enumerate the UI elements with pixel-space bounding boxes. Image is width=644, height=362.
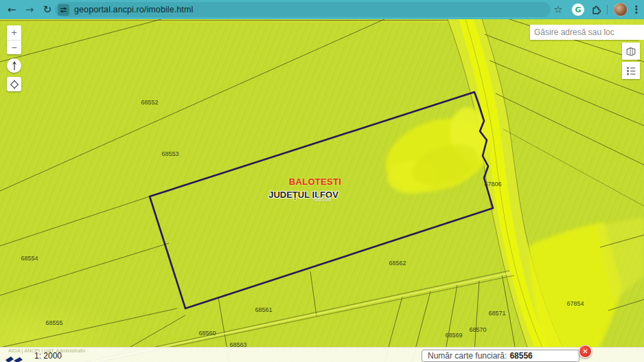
parcel-number-label: 67854	[566, 300, 584, 307]
map-canvas[interactable]: 6855268553685546855568562685616856068563…	[0, 19, 644, 362]
parcel-number-label: 68561	[255, 306, 272, 313]
parcel-number-label: 68571	[488, 310, 505, 317]
basemap-icon	[625, 46, 636, 57]
legend-button[interactable]	[622, 62, 640, 79]
reload-button[interactable]: ↻	[38, 1, 56, 18]
parcel-number-label: 68560	[198, 330, 216, 337]
search-input[interactable]	[530, 25, 644, 40]
legend-list-icon	[625, 65, 636, 76]
compass-north-button[interactable]	[7, 58, 21, 73]
map-scale: 1: 2000	[34, 351, 62, 361]
parcel-number-label: 68554	[21, 255, 38, 262]
url-text: geoportal.ancpi.ro/imobile.html	[74, 5, 193, 14]
parcel-number-label: 67806	[484, 181, 501, 188]
cadastre-number-box: Număr carte funciară:68556	[422, 350, 579, 362]
zoom-control: + −	[7, 25, 21, 54]
forest-patch	[376, 104, 499, 205]
parcel-number-label: 68570	[469, 326, 486, 333]
app-window: ← → ↻ geoportal.ancpi.ro/imobile.html ☆ …	[0, 0, 644, 362]
url-bar[interactable]: geoportal.ancpi.ro/imobile.html	[55, 2, 551, 17]
browser-menu-icon[interactable]: ⋮	[629, 0, 644, 19]
bookmark-star-icon[interactable]: ☆	[551, 0, 566, 19]
cadastre-number-label: Număr carte funciară:	[428, 351, 507, 361]
extension-g-icon[interactable]: G	[570, 0, 586, 19]
close-icon[interactable]: ✕	[579, 345, 592, 358]
locality-label: BALOTESTI	[289, 177, 341, 187]
forward-button[interactable]: →	[21, 1, 38, 18]
parcel-number-label: 68555	[45, 319, 62, 326]
parcel-number-label: 68562	[389, 260, 406, 267]
profile-avatar[interactable]	[612, 0, 630, 19]
basemap-gallery-button[interactable]	[622, 43, 640, 60]
browser-toolbar: ← → ↻ geoportal.ancpi.ro/imobile.html ☆ …	[0, 0, 644, 19]
logo-mark	[5, 355, 25, 362]
extensions-puzzle-icon[interactable]	[588, 0, 604, 19]
site-info-icon[interactable]	[58, 4, 69, 16]
parcel-number-label: 68569	[445, 332, 462, 339]
highlighted-parcel-number: 68556	[314, 196, 331, 203]
cadastre-number-value: 68556	[509, 351, 532, 361]
address-search	[530, 25, 639, 40]
status-bar: AIGA | ANCPI | UAT: Administrativ 1: 200…	[0, 347, 644, 362]
locate-button[interactable]	[7, 77, 21, 91]
locate-diamond-icon	[10, 80, 19, 89]
back-button[interactable]: ←	[3, 1, 21, 18]
parcel-number-label: 68552	[141, 99, 158, 106]
north-arrow-icon	[10, 61, 19, 71]
zoom-out-button[interactable]: −	[7, 41, 21, 55]
zoom-in-button[interactable]: +	[7, 25, 21, 41]
toolbar-separator	[607, 5, 608, 14]
parcel-number-label: 68553	[161, 150, 179, 157]
